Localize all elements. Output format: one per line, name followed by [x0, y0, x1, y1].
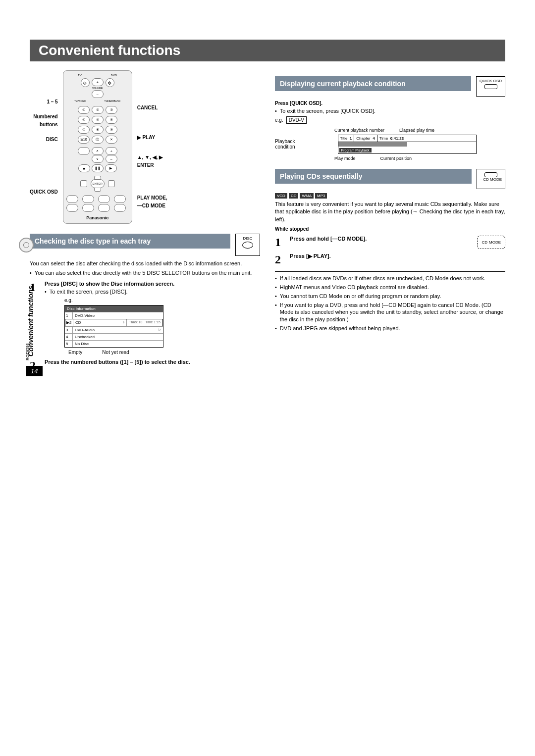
num-8: ⑧	[92, 126, 104, 134]
brand-label: Panasonic	[86, 215, 108, 220]
time-hint: Time 1:15	[145, 320, 160, 324]
section-title-displaying: Displaying current playback condition	[275, 76, 471, 91]
format-tags: VCD CD WMA MP3	[275, 193, 505, 199]
title-cell: Title	[340, 136, 348, 141]
dvd-power: ⏻	[106, 78, 114, 87]
remote-labels-left: 1 – 5 Numbered buttons DISC QUICK OSD	[30, 91, 58, 203]
row4-type: Unchecked	[73, 334, 163, 340]
checking-step-1: 1 Press [DISC] to show the Disc informat…	[30, 281, 260, 355]
osd-label-botright: Current position	[380, 156, 412, 161]
play-bullet-5: DVD and JPEG are skipped without being p…	[275, 325, 505, 332]
subwoofer-btn	[66, 195, 78, 203]
section-title-checking: Checking the disc type in each tray	[30, 234, 230, 249]
checking-step-2: 2 Press the numbered buttons ([1] – [5])…	[30, 359, 260, 372]
checking-bullet: You can also select the disc directly wi…	[30, 269, 260, 277]
tag-mp3: MP3	[315, 193, 327, 199]
osd-label-topright: Elapsed play time	[399, 128, 434, 133]
right-column: Displaying current playback condition QU…	[275, 70, 505, 376]
lbl-tvvideo: TV/VIDEO	[74, 100, 86, 102]
play-bullet-1: If all loaded discs are DVDs or if other…	[275, 275, 505, 282]
cdmode-icon-label: – CD MODE	[480, 177, 502, 182]
playing-step-2: 2 Press [▶ PLAY].	[275, 253, 505, 266]
label-play: ▶ PLAY	[137, 134, 167, 142]
program-playback: Program Playback	[339, 148, 372, 152]
tag-wma: WMA	[300, 193, 314, 199]
play-btn: ▶	[105, 164, 117, 172]
num-4: ④	[78, 116, 90, 124]
track-hint: Track 10	[129, 320, 142, 324]
cdmode-button-icon: – CD MODE	[477, 169, 505, 189]
label-dvd: DVD	[111, 74, 117, 77]
time-cell: Time	[379, 136, 388, 141]
vol-up2: +	[106, 147, 117, 155]
time-val: 0:41:23	[390, 136, 404, 141]
stop-btn: ■	[78, 164, 90, 172]
vol-down2: –	[106, 155, 117, 163]
disc-info-screen: Disc Information 1DVD-Video ▶2 CD ♪ Trac…	[64, 305, 163, 348]
play-step1-text: Press and hold [—CD MODE].	[290, 236, 467, 242]
pl2-btn	[114, 195, 126, 203]
callout-notread: Not yet read	[102, 350, 129, 355]
step1-sub: To exit the screen, press [DISC].	[45, 288, 260, 296]
format-dvdv: DVD-V	[286, 116, 307, 124]
num-0: ⓪	[92, 136, 104, 144]
disc-info-header: Disc Information	[65, 305, 163, 312]
play-bullet-3: You cannot turn CD Mode on or off during…	[275, 293, 505, 300]
remote-diagram: 1 – 5 Numbered buttons DISC QUICK OSD TV…	[30, 70, 260, 224]
row1-num: 1	[65, 312, 73, 319]
num-3: ③	[106, 106, 117, 114]
power-icon: ⏻	[81, 78, 90, 87]
playing-intro: This feature is very convenient if you w…	[275, 201, 505, 223]
remote-labels-right: CANCEL ▶ PLAY ▲, ▼, ◀, ▶ ENTER PLAY MODE…	[137, 77, 167, 217]
fldisplay-btn	[98, 195, 110, 203]
step1-text: Press [DISC] to show the Disc informatio…	[45, 281, 260, 287]
cancel-btn: ✕	[106, 136, 117, 144]
arrow-left-icon	[80, 180, 87, 187]
callout-empty: Empty	[68, 350, 82, 355]
disc-btn	[78, 147, 90, 155]
disc-side-icon	[19, 238, 34, 252]
section-title-playing: Playing CDs sequentially	[275, 169, 472, 184]
number-grid: ① ② ③ ④ ⑤ ⑥ ⑦ ⑧ ⑨ ≧10 ⓪ ✕	[78, 106, 117, 144]
label-disc: DISC	[30, 136, 58, 144]
quickosd-icon-label: QUICK OSD	[480, 79, 502, 83]
quickosd-button-icon: QUICK OSD	[476, 76, 505, 97]
row3-type: DVD-Audio	[73, 327, 157, 333]
arrow-right-icon	[108, 180, 115, 187]
while-stopped: While stopped	[275, 226, 505, 232]
sfc-btn	[82, 195, 94, 203]
row3-num: 3	[65, 327, 73, 333]
row4-num: 4	[65, 334, 73, 340]
num-ge10: ≧10	[78, 136, 90, 144]
label-playmode: PLAY MODE, —CD MODE	[137, 194, 167, 210]
disc-icon-label: DISC	[243, 236, 252, 241]
num-5: ⑤	[92, 116, 104, 124]
remote-control: TV DVD ⏻ + VOLUME – ⏻ TV/VIDEO TUNER/BAN…	[63, 70, 132, 224]
num-1: ①	[78, 106, 90, 114]
label-1-5: 1 – 5	[30, 98, 58, 106]
quickosd-btn	[66, 204, 78, 212]
pause-btn: ❚❚	[92, 164, 104, 172]
label-quickosd: QUICK OSD	[30, 188, 58, 196]
label-tv: TV	[78, 74, 82, 77]
step-number: 1	[275, 236, 285, 249]
play-bullet-2: HighMAT menus and Video CD playback cont…	[275, 284, 505, 291]
step2-text: Press the numbered buttons ([1] – [5]) t…	[45, 359, 260, 365]
osd-side2: condition	[275, 144, 295, 150]
label-numbered: Numbered buttons	[30, 113, 58, 129]
row2-num: ▶2	[65, 319, 73, 326]
label-volume: VOLUME	[92, 87, 104, 90]
vol-down: –	[92, 90, 104, 98]
num-9: ⑨	[106, 126, 117, 134]
section-checking: Checking the disc type in each tray DISC	[30, 234, 260, 256]
vol-up: +	[92, 78, 104, 86]
step-number: 2	[275, 253, 285, 266]
tag-vcd: VCD	[275, 193, 287, 199]
dpad: ENTER	[80, 176, 115, 192]
chapter-val: 4	[373, 136, 374, 141]
osd-label-botleft: Play mode	[334, 156, 356, 161]
section-playing: Playing CDs sequentially – CD MODE	[275, 169, 505, 189]
playing-step-1: 1 Press and hold [—CD MODE]. CDMODE	[275, 236, 505, 249]
osd-label-topleft: Current playback number	[334, 128, 384, 133]
num-6: ⑥	[106, 116, 117, 124]
